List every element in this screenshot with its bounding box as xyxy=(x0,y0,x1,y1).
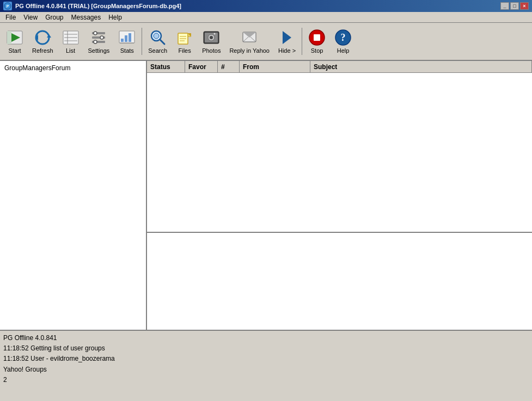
reply-button[interactable]: Reply in Yahoo xyxy=(225,26,273,57)
list-icon xyxy=(62,29,80,46)
start-icon xyxy=(6,29,23,46)
svg-rect-19 xyxy=(121,39,124,42)
stats-label: Stats xyxy=(120,47,134,54)
status-line-4: Yahoo! Groups xyxy=(3,365,529,375)
refresh-icon xyxy=(34,29,51,46)
svg-text:P: P xyxy=(7,4,9,8)
search-label: Search xyxy=(148,47,167,54)
photos-icon xyxy=(203,29,220,46)
col-header-status: Status xyxy=(147,61,185,72)
list-label: List xyxy=(66,47,75,54)
message-preview[interactable] xyxy=(147,232,532,330)
col-header-favor: Favor xyxy=(185,61,218,72)
title-bar: P PG Offline 4.0.841 (TRIAL) [GroupManag… xyxy=(0,0,532,12)
photos-label: Photos xyxy=(202,47,221,54)
status-line-3: 11:18:52 User - evildrome_boozerama xyxy=(3,354,529,364)
menu-file[interactable]: File xyxy=(2,13,19,22)
menu-help[interactable]: Help xyxy=(105,13,125,22)
search-icon xyxy=(149,29,167,46)
status-line-1: PG Offline 4.0.841 xyxy=(3,333,529,343)
window-controls[interactable]: _ □ × xyxy=(500,2,529,10)
help-icon: ? xyxy=(334,29,352,46)
stop-label: Stop xyxy=(311,47,323,54)
main-content: GroupManagersForum Status Favor # From S… xyxy=(0,61,532,330)
stop-button[interactable]: Stop xyxy=(304,26,329,57)
toolbar-sep-2 xyxy=(302,28,302,55)
files-icon xyxy=(176,29,193,46)
svg-point-35 xyxy=(210,36,213,39)
window-title: PG Offline 4.0.841 (TRIAL) [GroupManager… xyxy=(15,3,497,9)
files-label: Files xyxy=(179,47,191,54)
svg-line-25 xyxy=(160,40,164,44)
start-label: Start xyxy=(8,47,21,54)
stats-button[interactable]: Stats xyxy=(114,26,139,57)
hide-icon xyxy=(278,29,296,46)
svg-point-24 xyxy=(154,33,159,39)
svg-point-16 xyxy=(100,36,103,39)
app-icon: P xyxy=(3,2,12,10)
files-button[interactable]: Files xyxy=(172,26,197,57)
svg-rect-43 xyxy=(314,34,320,41)
start-button[interactable]: Start xyxy=(2,26,27,57)
menu-view[interactable]: View xyxy=(20,13,41,22)
svg-text:?: ? xyxy=(341,32,346,43)
close-button[interactable]: × xyxy=(520,2,529,10)
svg-point-15 xyxy=(94,32,97,35)
maximize-button[interactable]: □ xyxy=(510,2,519,10)
svg-marker-41 xyxy=(283,31,291,44)
photos-button[interactable]: Photos xyxy=(198,26,224,57)
hide-button[interactable]: Hide > xyxy=(274,26,299,57)
help-label: Help xyxy=(337,47,350,54)
reply-label: Reply in Yahoo xyxy=(229,47,270,54)
col-header-subject: Subject xyxy=(310,61,532,72)
svg-rect-21 xyxy=(129,33,131,42)
svg-rect-20 xyxy=(125,35,127,42)
settings-label: Settings xyxy=(88,47,110,54)
search-button[interactable]: Search xyxy=(144,26,171,57)
status-line-2: 11:18:52 Getting list of user groups xyxy=(3,343,529,354)
menu-group[interactable]: Group xyxy=(42,13,66,22)
settings-icon xyxy=(90,29,107,46)
sidebar: GroupManagersForum xyxy=(0,61,147,330)
message-list-header: Status Favor # From Subject xyxy=(147,61,532,73)
toolbar: Start Refresh List xyxy=(0,23,532,61)
hide-label: Hide > xyxy=(278,47,296,54)
menu-messages[interactable]: Messages xyxy=(68,13,105,22)
toolbar-sep-1 xyxy=(142,28,142,55)
right-panel: Status Favor # From Subject xyxy=(147,61,532,330)
col-header-from: From xyxy=(240,61,310,72)
list-button[interactable]: List xyxy=(58,26,83,57)
menu-bar: File View Group Messages Help xyxy=(0,12,532,23)
message-list[interactable] xyxy=(147,73,532,232)
reply-icon xyxy=(241,29,258,46)
refresh-label: Refresh xyxy=(32,47,53,54)
svg-rect-4 xyxy=(7,31,11,44)
stop-icon xyxy=(308,29,326,46)
help-button[interactable]: ? Help xyxy=(331,26,356,57)
svg-point-36 xyxy=(214,33,216,35)
stats-icon xyxy=(118,29,136,46)
col-header-num: # xyxy=(218,61,240,72)
svg-marker-5 xyxy=(47,34,51,38)
refresh-button[interactable]: Refresh xyxy=(28,26,57,57)
minimize-button[interactable]: _ xyxy=(500,2,509,10)
svg-point-17 xyxy=(94,40,97,44)
sidebar-item-groupmanagersforum[interactable]: GroupManagersForum xyxy=(2,63,144,73)
settings-button[interactable]: Settings xyxy=(84,26,114,57)
status-line-5: 2 xyxy=(3,375,529,385)
status-bar: PG Offline 4.0.841 11:18:52 Getting list… xyxy=(0,330,532,401)
